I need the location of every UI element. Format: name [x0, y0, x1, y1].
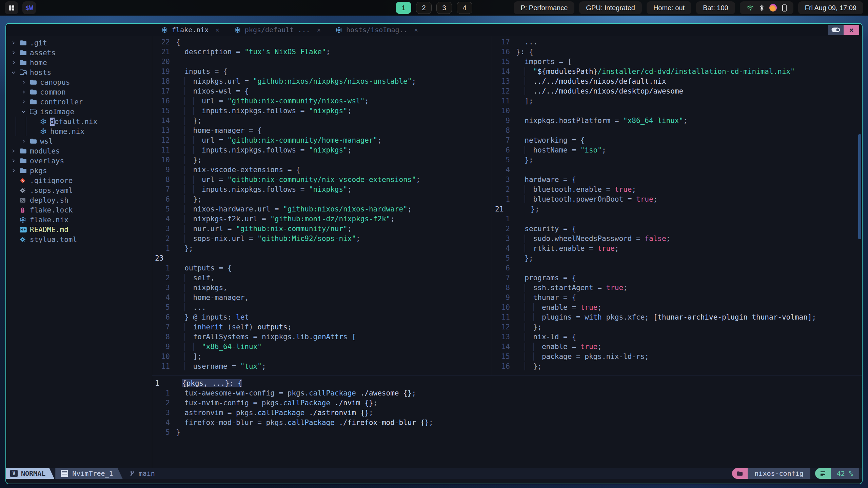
tree-item-flake-nix[interactable]: flake.nix [6, 215, 152, 225]
code-line[interactable]: 11 inputs.nixpkgs.follows = "nixpkgs"; [152, 145, 492, 155]
close-button[interactable]: × [844, 25, 859, 35]
code-line[interactable]: 16 url = "github:nix-community/nixos-wsl… [152, 96, 492, 106]
code-line[interactable]: 9 "x86_64-linux" [152, 342, 492, 352]
editor-pane-iso-default-nix[interactable]: 17 ...16}: {15 imports = [14 "${modulesP… [492, 36, 862, 375]
tab-flake-nix[interactable]: flake.nix× [154, 24, 227, 36]
code-line[interactable]: 1{pkgs, ...}: { [152, 379, 862, 388]
launcher-button[interactable] [5, 1, 18, 14]
chevron-down-icon[interactable] [21, 109, 30, 114]
workspace-4[interactable]: 4 [457, 2, 472, 14]
code-line[interactable]: 15 package = pkgs.nix-ld-rs; [492, 352, 862, 362]
tree-item-stylua-toml[interactable]: stylua.toml [6, 235, 152, 244]
tray-pill[interactable] [740, 1, 793, 14]
tab-hosts-isoImag-[interactable]: hosts/isoImag..× [328, 24, 426, 36]
code-line[interactable]: 23 [152, 253, 492, 263]
chevron-right-icon[interactable] [11, 60, 20, 65]
code-line[interactable]: 22{ [152, 37, 492, 47]
code-line[interactable]: 5 }; [492, 155, 862, 165]
code-line[interactable]: 14 "${modulesPath}/installer/cd-dvd/inst… [492, 67, 862, 77]
code-line[interactable]: 7 inherit (self) outputs; [152, 322, 492, 332]
code-line[interactable]: 19 inputs = { [152, 67, 492, 77]
chevron-right-icon[interactable] [21, 80, 30, 85]
code-line[interactable]: 5 ... [152, 303, 492, 312]
tree-item-common[interactable]: common [6, 87, 152, 97]
tree-item-assets[interactable]: assets [6, 48, 152, 58]
code-line[interactable]: 10 enable = true; [492, 303, 862, 312]
code-line[interactable]: 13 nix-ld = { [492, 332, 862, 342]
tree-item-home[interactable]: home [6, 58, 152, 67]
code-line[interactable]: 1 outputs = { [152, 263, 492, 273]
code-line[interactable]: 14 enable = true; [492, 342, 862, 352]
code-line[interactable]: 2 sops-nix.url = "github:Mic92/sops-nix"… [152, 234, 492, 244]
code-line[interactable]: 16}: { [492, 47, 862, 57]
code-line[interactable]: 2 tux-nvim-config = pkgs.callPackage ./n… [152, 398, 862, 408]
code-line[interactable]: 4 [492, 165, 862, 175]
code-line[interactable]: 10 }; [152, 155, 492, 165]
status-pill[interactable]: Home: out [647, 1, 691, 14]
tree-item-flake-lock[interactable]: flake.lock [6, 205, 152, 215]
tab-close-icon[interactable]: × [317, 26, 320, 34]
code-line[interactable]: 16 }; [492, 362, 862, 371]
code-line[interactable]: 17 nixos-wsl = { [152, 86, 492, 96]
tree-item-controller[interactable]: controller [6, 97, 152, 107]
code-line[interactable]: 1 }; [152, 244, 492, 253]
code-line[interactable]: 5 }; [492, 253, 862, 263]
code-line[interactable]: 4 rtkit.enable = true; [492, 244, 862, 253]
wm-logo-button[interactable]: $W [22, 1, 36, 14]
code-line[interactable]: 11 username = "tux"; [152, 362, 492, 371]
code-line[interactable]: 11 plugins = with pkgs.xfce; [thunar-arc… [492, 312, 862, 322]
tree-item-deploy-sh[interactable]: deploy.sh [6, 195, 152, 205]
tree-item-canopus[interactable]: canopus [6, 77, 152, 87]
chevron-right-icon[interactable] [21, 99, 30, 104]
code-line[interactable]: 15 imports = [ [492, 57, 862, 67]
editor-pane-flake-nix[interactable]: 22{21 description = "tux's NixOS Flake";… [152, 36, 492, 375]
code-line[interactable]: 13 ../../modules/nixos/default.nix [492, 77, 862, 86]
code-line[interactable]: 12 ../../modules/nixos/desktop/awesome [492, 86, 862, 96]
code-line[interactable]: 11 ]; [492, 96, 862, 106]
code-line[interactable]: 3 sudo.wheelNeedsPassword = false; [492, 234, 862, 244]
tree-item--git[interactable]: .git [6, 38, 152, 48]
tree-item-README-md[interactable]: README.md [6, 225, 152, 235]
code-line[interactable]: 3 hardware = { [492, 175, 862, 185]
command-line[interactable] [6, 479, 862, 484]
code-line[interactable]: 8 forAllSystems = nixpkgs.lib.genAttrs [ [152, 332, 492, 342]
tree-item-wsl[interactable]: wsl [6, 136, 152, 146]
chevron-right-icon[interactable] [11, 40, 20, 45]
tab-close-icon[interactable]: × [215, 26, 219, 34]
code-line[interactable]: 18 nixpkgs.url = "github:nixos/nixpkgs/n… [152, 77, 492, 86]
code-line[interactable]: 21 }; [492, 204, 862, 214]
code-line[interactable]: 5} [152, 428, 862, 438]
workspace-2[interactable]: 2 [416, 2, 432, 14]
tree-item-overlays[interactable]: overlays [6, 156, 152, 166]
chevron-right-icon[interactable] [21, 139, 30, 144]
code-line[interactable]: 2 bluetooth.enable = true; [492, 185, 862, 195]
tree-item-default-nix[interactable]: default.nix [6, 117, 152, 126]
workspace-1[interactable]: 1 [396, 2, 411, 14]
tree-item-home-nix[interactable]: home.nix [6, 126, 152, 136]
code-line[interactable]: 5 nixos-hardware.url = "github:nixos/nix… [152, 204, 492, 214]
tree-item--sops-yaml[interactable]: .sops.yaml [6, 185, 152, 195]
tree-item-pkgs[interactable]: pkgs [6, 166, 152, 176]
code-line[interactable]: 10 ]; [152, 352, 492, 362]
tab-pkgs-default-[interactable]: pkgs/default ...× [227, 24, 328, 36]
code-line[interactable]: 12 }; [492, 322, 862, 332]
code-line[interactable]: 8 [492, 126, 862, 136]
code-line[interactable]: 6 [492, 263, 862, 273]
chevron-right-icon[interactable] [11, 50, 20, 55]
chevron-down-icon[interactable] [11, 70, 20, 75]
code-line[interactable]: 2 self, [152, 273, 492, 283]
editor-pane-pkgs-default-nix[interactable]: 1{pkgs, ...}: {1 tux-awesome-wm-config =… [152, 375, 862, 468]
code-line[interactable]: 9 nix-vscode-extensions = { [152, 165, 492, 175]
status-pill[interactable]: GPU: Integrated [579, 1, 642, 14]
chevron-right-icon[interactable] [11, 168, 20, 173]
code-line[interactable]: 8 url = "github:nix-community/nix-vscode… [152, 175, 492, 185]
code-line[interactable]: 13 home-manager = { [152, 126, 492, 136]
workspace-3[interactable]: 3 [436, 2, 452, 14]
code-line[interactable]: 7 inputs.nixpkgs.follows = "nixpkgs"; [152, 185, 492, 195]
status-pill[interactable]: Bat: 100 [696, 1, 735, 14]
chevron-right-icon[interactable] [11, 148, 20, 154]
status-pill[interactable]: P: Performance [514, 1, 574, 14]
code-line[interactable]: 12 url = "github:nix-community/home-mana… [152, 136, 492, 145]
code-line[interactable]: 1 [492, 214, 862, 224]
tree-item-modules[interactable]: modules [6, 146, 152, 156]
